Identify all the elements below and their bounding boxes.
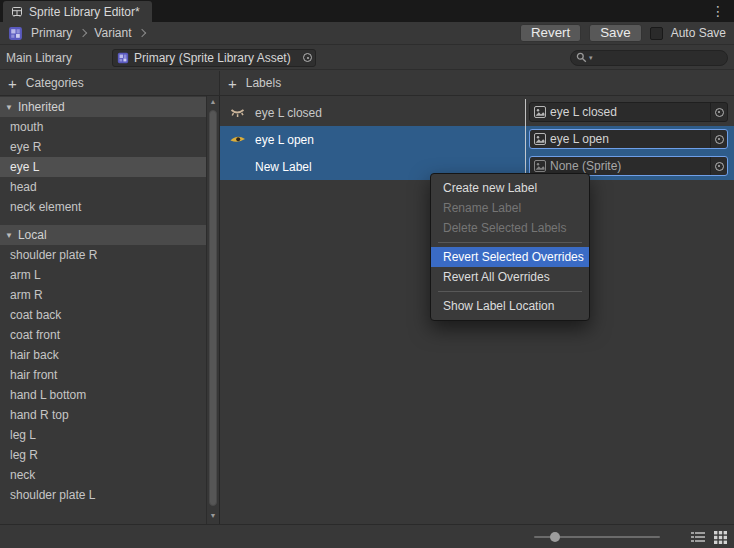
eye-open-sprite-thumbnail-icon [228,132,248,148]
category-item[interactable]: neck [0,465,206,485]
panel-headers: + Categories + Labels [0,71,734,96]
add-category-button[interactable]: + [8,76,17,91]
label-row[interactable]: eye L openeye L open [220,126,734,153]
search-field[interactable]: ▾ [570,50,728,66]
auto-save-checkbox[interactable] [650,27,663,40]
zoom-slider-knob[interactable] [550,532,560,542]
object-field-value: None (Sprite) [550,159,706,173]
zoom-slider[interactable] [534,536,660,538]
list-view-button[interactable] [691,531,705,543]
list-view-icon [691,531,705,543]
main-library-label: Main Library [6,51,112,65]
menu-item[interactable]: Show Label Location [431,296,589,316]
object-picker-icon[interactable] [303,53,312,62]
category-item[interactable]: arm R [0,285,206,305]
category-item[interactable]: arm L [0,265,206,285]
menu-item[interactable]: Create new Label [431,178,589,198]
object-picker-icon[interactable] [710,103,727,121]
main-library-bar: Main Library Primary (Sprite Library Ass… [0,46,734,70]
sprite-icon [534,106,546,118]
category-item[interactable]: shoulder plate R [0,245,206,265]
foldout-triangle-icon: ▼ [5,103,13,112]
sprite-library-editor-window: Sprite Library Editor* ⋮ PrimaryVariant … [0,0,734,548]
category-item[interactable]: eye R [0,137,206,157]
bottom-bar [0,524,734,548]
grid-view-icon [714,531,727,544]
category-item[interactable]: coat front [0,325,206,345]
category-item[interactable]: leg R [0,445,206,465]
object-picker-icon[interactable] [710,130,727,148]
grid-view-button[interactable] [714,531,727,544]
category-group-label: Local [18,228,47,242]
label-name: eye L closed [255,106,322,120]
object-field-value: eye L closed [550,105,706,119]
sprite-icon [534,133,546,145]
column-divider[interactable] [525,126,526,153]
main-library-object-field[interactable]: Primary (Sprite Library Asset) [112,49,316,67]
category-item[interactable]: hand R top [0,405,206,425]
sprite-object-field[interactable]: eye L open [529,129,728,149]
category-item[interactable]: hair back [0,345,206,365]
category-group-header[interactable]: ▼Inherited [0,97,206,117]
library-asset-icon [117,52,129,64]
breadcrumb-item[interactable]: Variant [94,26,131,40]
category-group-label: Inherited [18,100,65,114]
menu-item[interactable]: Revert Selected Overrides [431,247,589,267]
view-mode-buttons [691,525,727,548]
empty-thumbnail [228,159,248,175]
scroll-down-icon[interactable]: ▼ [207,510,219,522]
category-item[interactable]: leg L [0,425,206,445]
category-item[interactable]: hand L bottom [0,385,206,405]
main-library-value: Primary (Sprite Library Asset) [134,51,298,65]
menu-item: Rename Label [431,198,589,218]
categories-header: + Categories [0,71,220,95]
object-picker-icon[interactable] [710,157,727,175]
search-input[interactable] [595,51,721,65]
menu-item[interactable]: Revert All Overrides [431,267,589,287]
category-item[interactable]: head [0,177,206,197]
add-label-button[interactable]: + [228,76,237,91]
breadcrumb-toolbar: PrimaryVariant Revert Save Auto Save [0,22,734,45]
category-item[interactable]: hair front [0,365,206,385]
tab-bar: Sprite Library Editor* ⋮ [0,0,734,22]
labels-title: Labels [246,76,281,90]
category-item[interactable]: eye L [0,157,206,177]
category-item[interactable]: neck element [0,197,206,217]
labels-list: eye L closedeye L closedeye L openeye L … [220,99,734,180]
search-icon [576,52,587,63]
label-row[interactable]: eye L closedeye L closed [220,99,734,126]
categories-title: Categories [26,76,84,90]
category-item[interactable]: shoulder plate L [0,485,206,505]
revert-button[interactable]: Revert [520,24,581,42]
tab-title: Sprite Library Editor* [29,5,140,19]
menu-separator [438,291,582,292]
tab-sprite-library-editor[interactable]: Sprite Library Editor* [3,1,152,22]
menu-item: Delete Selected Labels [431,218,589,238]
breadcrumb-item[interactable]: Primary [31,26,72,40]
eye-closed-sprite-thumbnail-icon [228,105,248,121]
category-group-header[interactable]: ▼Local [0,225,206,245]
sprite-object-field[interactable]: eye L closed [529,102,728,122]
column-divider[interactable] [525,99,526,126]
window-menu-icon[interactable]: ⋮ [711,2,725,20]
auto-save-label: Auto Save [671,26,726,40]
object-field-value: eye L open [550,132,706,146]
label-name: eye L open [255,133,314,147]
scroll-up-icon[interactable]: ▲ [207,96,219,108]
toolbar-actions: Revert Save Auto Save [520,24,726,42]
vertical-scrollbar[interactable]: ▲ ▼ [206,96,219,524]
category-item[interactable]: coat back [0,305,206,325]
categories-panel: ▼Inheritedmoutheye Reye Lheadneck elemen… [0,96,220,524]
breadcrumb-separator-icon [79,29,87,37]
main-content: ▼Inheritedmoutheye Reye Lheadneck elemen… [0,96,734,524]
scrollbar-thumb[interactable] [209,110,217,506]
category-item[interactable]: mouth [0,117,206,137]
breadcrumb: PrimaryVariant [31,26,145,40]
context-menu: Create new LabelRename LabelDelete Selec… [430,173,590,321]
categories-list: ▼Inheritedmoutheye Reye Lheadneck elemen… [0,97,206,524]
labels-header: + Labels [220,71,734,95]
menu-separator [438,242,582,243]
search-dropdown-icon[interactable]: ▾ [589,54,593,62]
save-button[interactable]: Save [589,24,641,42]
sprite-library-asset-icon [8,26,23,41]
